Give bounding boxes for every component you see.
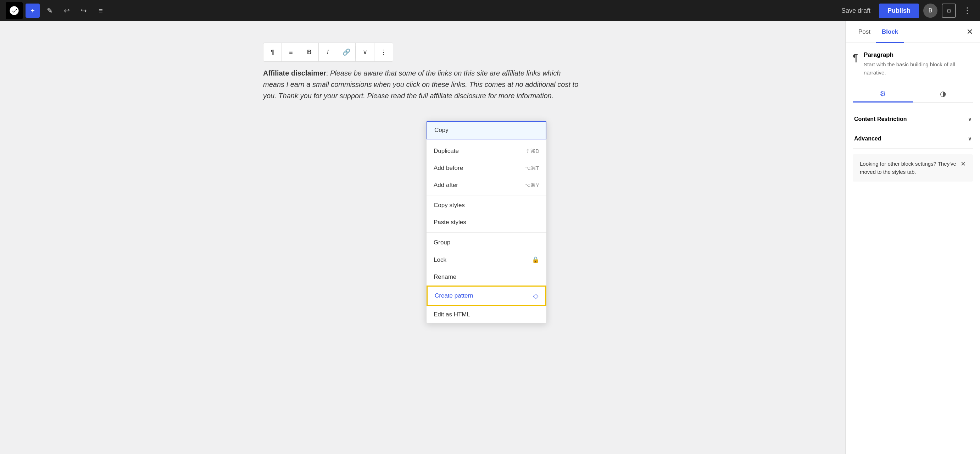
lock-label: Lock — [434, 256, 446, 263]
copy-styles-label: Copy styles — [434, 202, 465, 209]
info-box-text: Looking for other block settings? They'v… — [860, 160, 956, 176]
bold-button[interactable]: B — [300, 43, 319, 61]
advanced-accordion: Advanced ∨ — [853, 129, 973, 149]
publish-button[interactable]: Publish — [879, 3, 919, 18]
settings-icon: ⚙ — [880, 89, 886, 98]
info-close-icon: ✕ — [961, 160, 966, 167]
paragraph-title: Paragraph — [864, 51, 973, 59]
topbar-right: Save draft Publish B ⊟ ⋮ — [837, 3, 974, 18]
editor-area: ¶ ≡ B I 🔗 ∨ ⋮ — [0, 21, 845, 454]
pencil-icon: ✎ — [47, 6, 53, 15]
menu-item-create-pattern[interactable]: Create pattern ◇ — [426, 285, 546, 306]
rename-label: Rename — [434, 274, 456, 280]
user-avatar-button[interactable]: B — [923, 3, 937, 18]
svg-text:W: W — [12, 8, 17, 13]
redo-button[interactable]: ↪ — [76, 3, 91, 18]
sidebar-tabs: Post Block ✕ — [846, 21, 980, 43]
bold-icon: B — [307, 49, 312, 56]
tab-block[interactable]: Block — [876, 21, 904, 43]
align-icon: ≡ — [289, 49, 293, 56]
block-toolbar: ¶ ≡ B I 🔗 ∨ ⋮ — [263, 43, 393, 62]
list-icon: ≡ — [99, 7, 103, 15]
paste-styles-label: Paste styles — [434, 219, 466, 226]
paragraph-header: ¶ Paragraph Start with the basic buildin… — [853, 51, 973, 76]
menu-item-duplicate[interactable]: Duplicate ⇧⌘D — [426, 143, 546, 159]
context-menu: Copy Duplicate ⇧⌘D Add before ⌥⌘T Add af… — [426, 121, 547, 323]
duplicate-shortcut: ⇧⌘D — [525, 148, 539, 154]
more-toolbar-button[interactable]: ∨ — [356, 43, 374, 61]
more-options-button[interactable]: ⋮ — [960, 6, 974, 16]
edit-button[interactable]: ✎ — [43, 3, 57, 18]
content-restriction-chevron: ∨ — [968, 116, 972, 122]
top-bar: W + ✎ ↩ ↪ ≡ Save draft Publish B ⊟ ⋮ — [0, 0, 980, 21]
group-label: Group — [434, 239, 450, 246]
editor-content: ¶ ≡ B I 🔗 ∨ ⋮ — [263, 43, 582, 102]
add-after-shortcut: ⌥⌘Y — [524, 182, 539, 188]
menu-item-rename[interactable]: Rename — [426, 269, 546, 285]
list-view-button[interactable]: ≡ — [94, 3, 108, 18]
menu-item-copy[interactable]: Copy — [426, 121, 546, 139]
sidebar-close-button[interactable]: ✕ — [967, 21, 973, 43]
menu-item-add-after[interactable]: Add after ⌥⌘Y — [426, 177, 546, 194]
menu-separator-3 — [426, 232, 546, 233]
pattern-icon: ◇ — [533, 292, 538, 300]
duplicate-label: Duplicate — [434, 148, 459, 155]
add-after-label: Add after — [434, 182, 458, 189]
link-button[interactable]: 🔗 — [337, 43, 356, 61]
copy-label: Copy — [434, 127, 449, 134]
editor-paragraph[interactable]: Affiliate disclaimer: Please be aware th… — [263, 67, 582, 102]
text-prefix: Affiliate disclaimer — [263, 69, 326, 77]
sidebar-inner-tabs: ⚙ ◑ — [853, 85, 973, 102]
ellipsis-icon: ⋮ — [380, 48, 387, 56]
redo-icon: ↪ — [81, 6, 87, 15]
menu-separator-2 — [426, 195, 546, 196]
save-draft-button[interactable]: Save draft — [837, 4, 875, 18]
advanced-header[interactable]: Advanced ∨ — [853, 129, 973, 148]
info-box: Looking for other block settings? They'v… — [853, 154, 973, 182]
styles-icon: ◑ — [940, 89, 946, 98]
sidebar-icon: ⊟ — [947, 8, 951, 13]
plus-icon: + — [30, 7, 35, 15]
align-button[interactable]: ≡ — [282, 43, 300, 61]
info-box-close-button[interactable]: ✕ — [961, 160, 966, 168]
tab-settings-inner[interactable]: ⚙ — [853, 85, 913, 102]
options-toolbar-button[interactable]: ⋮ — [374, 43, 393, 61]
menu-item-group[interactable]: Group — [426, 234, 546, 251]
main-layout: ¶ ≡ B I 🔗 ∨ ⋮ — [0, 21, 980, 454]
undo-icon: ↩ — [64, 6, 70, 15]
chevron-down-icon: ∨ — [363, 48, 368, 56]
wp-logo: W — [6, 2, 23, 19]
paragraph-align-button[interactable]: ¶ — [263, 43, 282, 61]
content-restriction-accordion: Content Restriction ∨ — [853, 110, 973, 129]
advanced-chevron: ∨ — [968, 136, 972, 142]
paragraph-info: Paragraph Start with the basic building … — [864, 51, 973, 76]
add-block-button[interactable]: + — [25, 3, 40, 18]
add-before-shortcut: ⌥⌘T — [525, 165, 539, 171]
menu-item-edit-html[interactable]: Edit as HTML — [426, 306, 546, 323]
italic-icon: I — [327, 49, 329, 56]
undo-button[interactable]: ↩ — [60, 3, 74, 18]
lock-icon: 🔒 — [532, 256, 539, 263]
tab-post[interactable]: Post — [853, 21, 876, 43]
paragraph-icon: ¶ — [271, 49, 274, 56]
menu-item-add-before[interactable]: Add before ⌥⌘T — [426, 159, 546, 177]
content-restriction-header[interactable]: Content Restriction ∨ — [853, 110, 973, 129]
sidebar-toggle-button[interactable]: ⊟ — [942, 3, 956, 18]
advanced-label: Advanced — [854, 135, 881, 142]
paragraph-block-icon: ¶ — [853, 52, 858, 64]
add-before-label: Add before — [434, 164, 463, 172]
italic-button[interactable]: I — [319, 43, 337, 61]
create-pattern-label: Create pattern — [435, 292, 473, 299]
tab-styles-inner[interactable]: ◑ — [913, 85, 973, 102]
paragraph-desc: Start with the basic building block of a… — [864, 61, 973, 76]
menu-separator-1 — [426, 141, 546, 141]
sidebar: Post Block ✕ ¶ Paragraph Start with the … — [845, 21, 980, 454]
edit-html-label: Edit as HTML — [434, 311, 470, 318]
content-restriction-label: Content Restriction — [854, 116, 907, 123]
user-icon: B — [929, 8, 932, 14]
menu-item-lock[interactable]: Lock 🔒 — [426, 251, 546, 269]
sidebar-content: ¶ Paragraph Start with the basic buildin… — [846, 43, 980, 454]
close-icon: ✕ — [967, 27, 973, 37]
menu-item-copy-styles[interactable]: Copy styles — [426, 197, 546, 214]
menu-item-paste-styles[interactable]: Paste styles — [426, 214, 546, 231]
